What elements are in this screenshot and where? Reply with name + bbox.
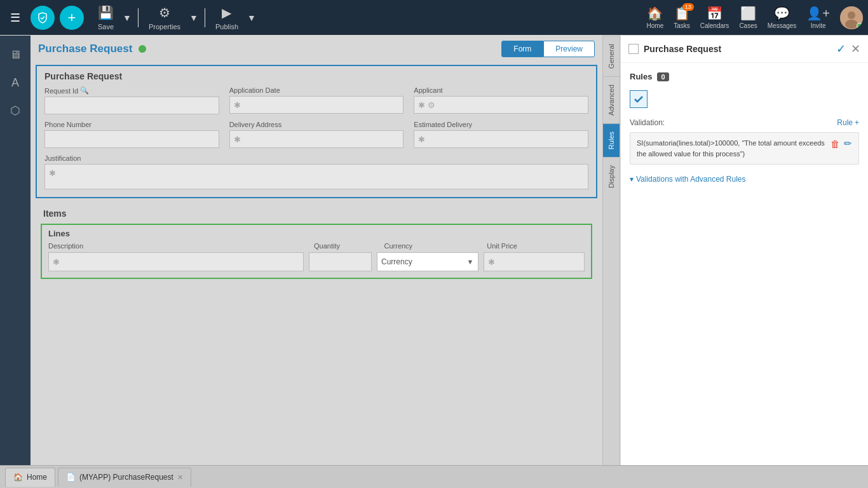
- publish-dropdown[interactable]: ▼: [246, 10, 257, 25]
- publish-button[interactable]: ▶ Publish: [210, 3, 243, 33]
- nav-divider-1: [138, 8, 139, 27]
- nav-calendars[interactable]: 📅 Calendars: [700, 6, 729, 29]
- sidebar-monitor-icon[interactable]: 🖥: [4, 43, 27, 66]
- section1-body: Request Id 🔍 Application Date ✱: [37, 86, 596, 197]
- request-id-field: Request Id 🔍: [44, 86, 219, 114]
- side-tab-rules[interactable]: Rules: [603, 123, 620, 157]
- panel-close-button[interactable]: ✕: [851, 42, 860, 56]
- lines-section: Lines Description Quantity Currency Unit…: [41, 224, 592, 279]
- view-tabs: Form Preview: [501, 41, 595, 57]
- justification-label: Justification: [44, 154, 588, 162]
- panel-title: Purchase Request: [644, 44, 831, 54]
- publish-icon: ▶: [222, 5, 231, 20]
- nav-right: 🏠 Home 📋 13 Tasks 📅 Calendars ⬜ Cases 💬 …: [647, 6, 863, 29]
- asterisk-2: ✱: [418, 100, 425, 110]
- add-button[interactable]: +: [60, 6, 84, 30]
- panel-checkbox[interactable]: [628, 44, 639, 54]
- unit-price-cell[interactable]: ✱: [484, 252, 585, 271]
- page-status-dot: [139, 45, 146, 53]
- lines-table-row: ✱ Currency ▼ ✱: [42, 252, 591, 278]
- form-tab[interactable]: Form: [501, 41, 543, 57]
- online-indicator: [857, 23, 862, 29]
- nav-invite[interactable]: 👤+ Invite: [806, 6, 830, 29]
- nav-messages[interactable]: 💬 Messages: [768, 6, 797, 29]
- nav-divider-2: [205, 8, 205, 27]
- properties-button[interactable]: ⚙ Properties: [144, 3, 186, 33]
- hamburger-icon[interactable]: ☰: [5, 6, 25, 30]
- home-tab-icon: 🏠: [13, 473, 23, 482]
- phone-field: Phone Number: [44, 121, 219, 148]
- col-unit-price-header: Unit Price: [487, 242, 585, 250]
- col-currency-header: Currency: [384, 242, 482, 250]
- page-header: Purchase Request Form Preview: [31, 36, 602, 62]
- side-tab-bar: General Advanced Rules Display: [602, 36, 620, 465]
- applicant-input[interactable]: ✱ ⚙: [414, 96, 588, 114]
- bottom-bar: 🏠 Home 📄 (MYAPP) PurchaseRequest ✕: [0, 465, 868, 488]
- rules-checkbox-checked[interactable]: [630, 90, 648, 108]
- right-panel-content: Rules 0 Validation: Rule + SI(sumatoria(…: [621, 63, 868, 465]
- left-sidebar: 🖥 A ⬡: [0, 36, 31, 465]
- invite-icon: 👤+: [806, 6, 830, 21]
- doc-icon: 📄: [66, 473, 76, 482]
- side-tab-general[interactable]: General: [603, 36, 620, 76]
- sidebar-cube-icon[interactable]: ⬡: [4, 99, 27, 122]
- col-desc-header: Description: [48, 242, 309, 250]
- top-navigation: ☰ + 💾 Save ▼ ⚙ Properties ▼ ▶ Publish ▼: [0, 0, 868, 36]
- form-row-2: Phone Number Delivery Address ✱ Estimate…: [44, 121, 588, 148]
- qty-cell[interactable]: [309, 252, 372, 271]
- form-body: Purchase Request Request Id 🔍 Applicat: [36, 65, 597, 279]
- chevron-down-icon: ▾: [630, 175, 634, 184]
- side-tab-display[interactable]: Display: [603, 157, 620, 196]
- delete-rule-button[interactable]: 🗑: [831, 138, 840, 149]
- close-tab-icon[interactable]: ✕: [177, 473, 183, 482]
- edit-rule-button[interactable]: ✏: [844, 138, 852, 149]
- plus-icon: +: [855, 118, 859, 127]
- currency-dropdown-arrow: ▼: [467, 258, 474, 266]
- rules-count-badge: 0: [657, 72, 668, 81]
- nav-tasks[interactable]: 📋 13 Tasks: [674, 6, 690, 29]
- purchase-request-section: Purchase Request Request Id 🔍 Applicat: [36, 65, 597, 198]
- myapp-tab-label: (MYAPP) PurchaseRequest: [79, 473, 173, 482]
- myapp-bottom-tab[interactable]: 📄 (MYAPP) PurchaseRequest ✕: [58, 468, 191, 487]
- currency-cell[interactable]: Currency ▼: [377, 252, 478, 271]
- panel-confirm-button[interactable]: ✓: [836, 42, 846, 56]
- calendars-icon: 📅: [707, 6, 722, 21]
- est-delivery-label: Estimated Delivery: [414, 121, 588, 128]
- side-tab-advanced[interactable]: Advanced: [603, 76, 620, 123]
- delivery-addr-input[interactable]: ✱: [229, 130, 404, 148]
- rule-text: SI(sumatoria(lines.total)>100000, "The t…: [637, 138, 825, 159]
- phone-label: Phone Number: [44, 121, 219, 128]
- properties-dropdown[interactable]: ▼: [188, 10, 200, 25]
- save-icon: 💾: [98, 5, 114, 20]
- page-title: Purchase Request: [38, 43, 132, 55]
- justification-input[interactable]: ✱: [44, 164, 588, 189]
- est-delivery-field: Estimated Delivery ✱: [414, 121, 588, 148]
- logo-icon: [36, 11, 49, 24]
- tasks-badge: 13: [682, 3, 694, 11]
- desc-cell[interactable]: ✱: [48, 252, 304, 271]
- request-id-label: Request Id 🔍: [44, 86, 219, 95]
- rule-add-link[interactable]: Rule +: [837, 118, 859, 127]
- est-delivery-input[interactable]: ✱: [414, 130, 588, 148]
- nav-left: ☰ + 💾 Save ▼ ⚙ Properties ▼ ▶ Publish ▼: [5, 3, 257, 33]
- advanced-rules-link[interactable]: ▾ Validations with Advanced Rules: [630, 175, 859, 184]
- applicant-label: Applicant: [414, 86, 588, 94]
- user-avatar[interactable]: [840, 6, 863, 29]
- save-dropdown[interactable]: ▼: [121, 10, 133, 25]
- svg-point-2: [845, 20, 858, 29]
- nav-home[interactable]: 🏠 Home: [647, 6, 664, 29]
- app-date-input[interactable]: ✱: [229, 96, 404, 114]
- col-qty-header: Quantity: [314, 242, 379, 250]
- applicant-field: Applicant ✱ ⚙: [414, 86, 588, 114]
- save-button[interactable]: 💾 Save: [93, 3, 119, 33]
- svg-point-1: [848, 11, 855, 19]
- delivery-addr-field: Delivery Address ✱: [229, 121, 404, 148]
- user-icon-small: ⚙: [428, 100, 435, 110]
- preview-tab[interactable]: Preview: [543, 41, 595, 57]
- home-bottom-tab[interactable]: 🏠 Home: [5, 468, 55, 487]
- request-id-input[interactable]: [44, 97, 219, 114]
- nav-cases[interactable]: ⬜ Cases: [739, 6, 757, 29]
- justification-field: Justification ✱: [44, 154, 588, 189]
- phone-input[interactable]: [44, 130, 219, 148]
- sidebar-text-icon[interactable]: A: [4, 71, 27, 94]
